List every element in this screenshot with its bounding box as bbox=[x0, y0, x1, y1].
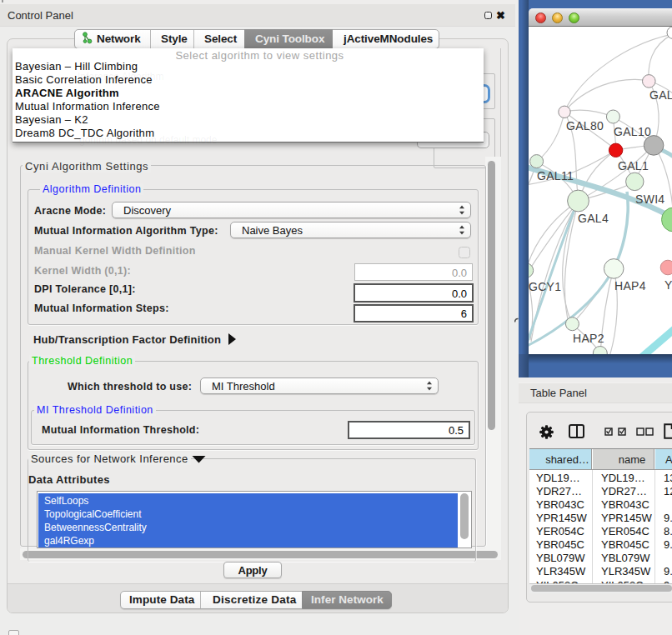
svg-text:GAL80: GAL80 bbox=[566, 119, 604, 132]
svg-text:GAL7: GAL7 bbox=[649, 88, 672, 102]
svg-text:HAP2: HAP2 bbox=[573, 332, 604, 345]
svg-text:HAP4: HAP4 bbox=[614, 279, 646, 292]
svg-text:YH: YH bbox=[664, 278, 672, 292]
svg-text:GAL11: GAL11 bbox=[537, 169, 574, 182]
svg-text:GCY1: GCY1 bbox=[529, 280, 561, 293]
svg-text:GAL10: GAL10 bbox=[614, 125, 651, 138]
svg-text:GAL1: GAL1 bbox=[618, 159, 649, 172]
svg-text:SWI4: SWI4 bbox=[635, 192, 664, 206]
svg-text:GAL4: GAL4 bbox=[578, 212, 609, 225]
